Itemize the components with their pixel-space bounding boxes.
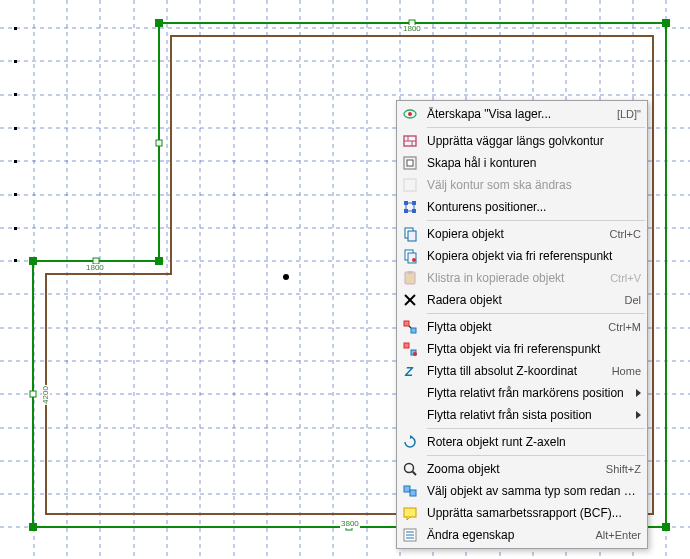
copy-ref-icon	[399, 247, 421, 265]
menu-shortcut: [LD]"	[617, 108, 641, 120]
menu-separator	[427, 428, 645, 429]
menu-item-move-rel-last[interactable]: Flytta relativt från sista position	[397, 404, 647, 426]
zoom-icon	[399, 460, 421, 478]
blank-icon	[399, 384, 421, 402]
menu-item-select-same[interactable]: Välj objekt av samma typ som redan valts	[397, 480, 647, 502]
menu-label: Flytta relativt från sista position	[427, 408, 628, 422]
menu-item-zoom[interactable]: Zooma objektShift+Z	[397, 458, 647, 480]
contour-edit-icon	[399, 176, 421, 194]
menu-item-select-contour-edit: Välj kontur som ska ändras	[397, 174, 647, 196]
menu-item-rotate-z[interactable]: Rotera objekt runt Z-axeln	[397, 431, 647, 453]
menu-item-move-rel-cursor[interactable]: Flytta relativt från markörens position	[397, 382, 647, 404]
move-ref-icon	[399, 340, 421, 358]
svg-rect-51	[156, 140, 162, 146]
menu-label: Återskapa "Visa lager...	[427, 107, 607, 121]
menu-item-move[interactable]: Flytta objektCtrl+M	[397, 316, 647, 338]
menu-label: Flytta till absolut Z-koordinat	[427, 364, 602, 378]
svg-rect-50	[30, 391, 36, 397]
hole-icon	[399, 154, 421, 172]
menu-label: Kopiera objekt	[427, 227, 600, 241]
eye-icon	[399, 105, 421, 123]
menu-separator	[427, 220, 645, 221]
menu-item-move-z[interactable]: Flytta till absolut Z-koordinatHome	[397, 360, 647, 382]
rotate-icon	[399, 433, 421, 451]
paste-icon	[399, 269, 421, 287]
menu-label: Rotera objekt runt Z-axeln	[427, 435, 641, 449]
svg-rect-44	[155, 19, 163, 27]
left-reference-ticks	[14, 27, 17, 262]
menu-item-recreate-layer[interactable]: Återskapa "Visa lager...[LD]"	[397, 103, 647, 125]
menu-item-paste: Klistra in kopierade objektCtrl+V	[397, 267, 647, 289]
svg-rect-45	[662, 19, 670, 27]
menu-label: Konturens positioner...	[427, 200, 641, 214]
menu-shortcut: Del	[624, 294, 641, 306]
properties-icon	[399, 526, 421, 544]
menu-label: Skapa hål i konturen	[427, 156, 641, 170]
svg-rect-47	[29, 523, 37, 531]
context-menu: Återskapa "Visa lager...[LD]"Upprätta vä…	[396, 100, 648, 549]
svg-rect-41	[14, 193, 17, 196]
svg-rect-36	[14, 27, 17, 30]
menu-item-bcf[interactable]: Upprätta samarbetssrapport (BCF)...	[397, 502, 647, 524]
positions-icon	[399, 198, 421, 216]
menu-separator	[427, 313, 645, 314]
menu-label: Flytta objekt via fri referenspunkt	[427, 342, 641, 356]
menu-item-copy-ref[interactable]: Kopiera objekt via fri referenspunkt	[397, 245, 647, 267]
menu-label: Radera objekt	[427, 293, 614, 307]
menu-separator	[427, 455, 645, 456]
menu-item-create-hole[interactable]: Skapa hål i konturen	[397, 152, 647, 174]
reference-point	[283, 274, 289, 280]
dim-bottom: 3800	[340, 520, 360, 528]
copy-icon	[399, 225, 421, 243]
svg-rect-42	[14, 227, 17, 230]
dim-top: 1800	[402, 25, 422, 33]
svg-rect-49	[155, 257, 163, 265]
svg-rect-37	[14, 60, 17, 63]
menu-separator	[427, 127, 645, 128]
z-icon	[399, 362, 421, 380]
menu-shortcut: Alt+Enter	[595, 529, 641, 541]
walls-icon	[399, 132, 421, 150]
menu-label: Kopiera objekt via fri referenspunkt	[427, 249, 641, 263]
svg-rect-40	[14, 160, 17, 163]
menu-label: Flytta relativt från markörens position	[427, 386, 628, 400]
dim-left-lower: 4200	[42, 385, 50, 405]
menu-item-copy[interactable]: Kopiera objektCtrl+C	[397, 223, 647, 245]
delete-icon	[399, 291, 421, 309]
menu-item-contour-positions[interactable]: Konturens positioner...	[397, 196, 647, 218]
move-icon	[399, 318, 421, 336]
svg-rect-46	[662, 523, 670, 531]
menu-item-properties[interactable]: Ändra egenskapAlt+Enter	[397, 524, 647, 546]
submenu-arrow-icon	[636, 389, 641, 397]
svg-rect-43	[14, 259, 17, 262]
menu-shortcut: Ctrl+M	[608, 321, 641, 333]
menu-label: Välj kontur som ska ändras	[427, 178, 641, 192]
menu-shortcut: Shift+Z	[606, 463, 641, 475]
menu-shortcut: Ctrl+C	[610, 228, 641, 240]
menu-label: Klistra in kopierade objekt	[427, 271, 600, 285]
bcf-icon	[399, 504, 421, 522]
svg-rect-39	[14, 127, 17, 130]
menu-label: Upprätta väggar längs golvkontur	[427, 134, 641, 148]
menu-shortcut: Home	[612, 365, 641, 377]
submenu-arrow-icon	[636, 411, 641, 419]
menu-shortcut: Ctrl+V	[610, 272, 641, 284]
select-same-icon	[399, 482, 421, 500]
menu-label: Flytta objekt	[427, 320, 598, 334]
dim-left-upper: 1800	[85, 264, 105, 272]
menu-item-create-walls[interactable]: Upprätta väggar längs golvkontur	[397, 130, 647, 152]
menu-label: Upprätta samarbetssrapport (BCF)...	[427, 506, 641, 520]
menu-label: Zooma objekt	[427, 462, 596, 476]
blank-icon	[399, 406, 421, 424]
svg-rect-48	[29, 257, 37, 265]
menu-item-delete[interactable]: Radera objektDel	[397, 289, 647, 311]
menu-item-move-ref[interactable]: Flytta objekt via fri referenspunkt	[397, 338, 647, 360]
svg-rect-38	[14, 93, 17, 96]
menu-label: Välj objekt av samma typ som redan valts	[427, 484, 641, 498]
menu-label: Ändra egenskap	[427, 528, 585, 542]
